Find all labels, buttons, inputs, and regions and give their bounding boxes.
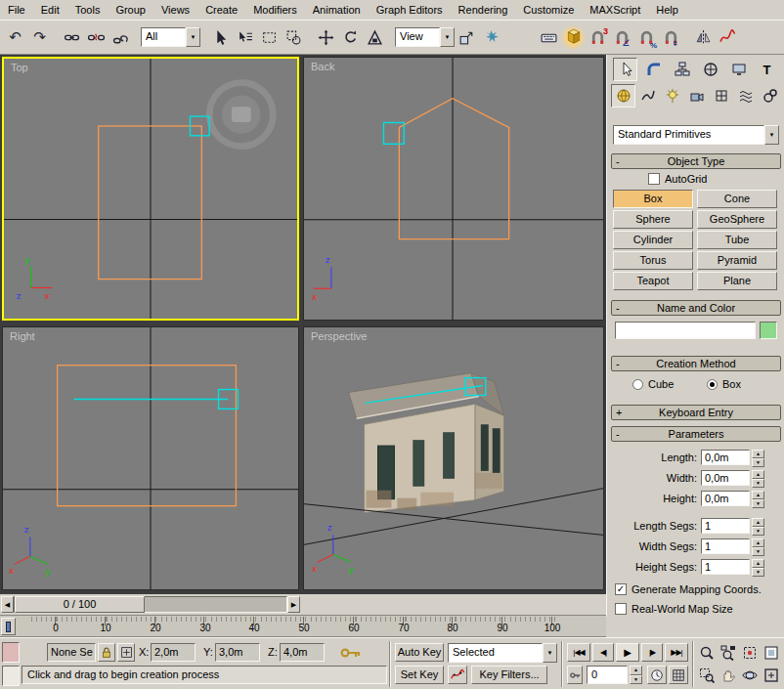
tab-motion[interactable]: [698, 58, 722, 81]
undo-button[interactable]: ↶: [3, 25, 27, 50]
primitive-button-geosphere[interactable]: GeoSphere: [697, 210, 777, 229]
reference-coordinate-dropdown[interactable]: View ▼: [395, 27, 455, 47]
object-color-swatch[interactable]: [760, 322, 777, 339]
menu-item-views[interactable]: Views: [153, 1, 197, 19]
grid-toggle-button[interactable]: [669, 666, 688, 684]
selection-lock-button[interactable]: [98, 643, 115, 662]
creation-method-cube[interactable]: Cube: [632, 377, 674, 391]
select-and-link-button[interactable]: [60, 25, 84, 50]
menu-item-animation[interactable]: Animation: [305, 1, 369, 19]
box-radio[interactable]: [707, 379, 718, 390]
height-spinner[interactable]: ▲▼: [752, 491, 764, 506]
menu-item-modifiers[interactable]: Modifiers: [245, 1, 305, 19]
curve-editor-button[interactable]: [716, 25, 740, 50]
length-spinner[interactable]: ▲▼: [752, 450, 764, 465]
rollout-name-and-color[interactable]: - Name and Color: [611, 300, 781, 316]
viewport-top[interactable]: y x z Top: [2, 57, 299, 321]
category-cameras[interactable]: [684, 84, 709, 108]
select-by-name-button[interactable]: [233, 25, 257, 50]
viewport-label[interactable]: Top: [11, 62, 28, 73]
primitive-button-teapot[interactable]: Teapot: [613, 272, 693, 290]
menu-item-customize[interactable]: Customize: [515, 1, 582, 19]
viewport-back[interactable]: z x Back: [303, 57, 604, 321]
generate-mapping-checkbox[interactable]: ✓: [615, 583, 627, 595]
select-and-scale-button[interactable]: [363, 25, 387, 50]
track-bar[interactable]: 0 10 20 30 40 50 60 70 80 90 100: [0, 615, 606, 637]
maximize-viewport-toggle-button[interactable]: [761, 666, 782, 685]
chevron-down-icon[interactable]: ▼: [186, 27, 200, 47]
menu-item-help[interactable]: Help: [648, 1, 686, 19]
viewport-label[interactable]: Back: [311, 61, 334, 72]
viewport-label[interactable]: Perspective: [311, 330, 367, 342]
menu-item-edit[interactable]: Edit: [33, 1, 67, 19]
use-pivot-point-center-button[interactable]: [455, 25, 479, 50]
play-button[interactable]: ▶: [616, 643, 639, 662]
next-frame-button[interactable]: |▶: [641, 643, 663, 662]
mirror-button[interactable]: [691, 25, 716, 50]
primitive-button-plane[interactable]: Plane: [697, 272, 777, 290]
keyboard-shortcut-override-button[interactable]: [537, 25, 561, 50]
tab-display[interactable]: [726, 58, 751, 81]
zoom-extents-all-button[interactable]: [761, 643, 782, 663]
real-world-map-checkbox[interactable]: [615, 603, 627, 615]
rollout-object-type[interactable]: - Object Type: [611, 153, 781, 169]
y-coordinate-field[interactable]: 3,0m: [215, 643, 260, 662]
frame-spinner[interactable]: ▲▼: [630, 666, 642, 684]
unlink-selection-button[interactable]: [84, 25, 109, 50]
primitive-button-torus[interactable]: Torus: [613, 251, 693, 270]
z-coordinate-field[interactable]: 4,0m: [280, 643, 325, 662]
length-field[interactable]: 0,0m: [701, 450, 750, 465]
primitive-button-cylinder[interactable]: Cylinder: [613, 231, 693, 249]
rollout-creation-method[interactable]: - Creation Method: [611, 356, 781, 371]
current-frame-field[interactable]: 0: [587, 666, 628, 684]
x-coordinate-field[interactable]: 2,0m: [151, 643, 196, 662]
zoom-all-button[interactable]: [718, 643, 739, 663]
time-slider-right-arrow[interactable]: ▶: [287, 596, 300, 613]
primitive-button-box[interactable]: Box: [613, 190, 693, 208]
go-to-start-button[interactable]: |◀◀: [567, 643, 590, 662]
primitive-button-cone[interactable]: Cone: [697, 190, 777, 208]
spinner-snap-toggle-button[interactable]: [659, 25, 683, 50]
auto-key-button[interactable]: Auto Key: [395, 643, 444, 662]
box-object-wireframe[interactable]: [58, 366, 237, 506]
time-slider-handle[interactable]: 0 / 100: [15, 596, 145, 613]
object-name-field[interactable]: [615, 322, 756, 339]
primitive-button-tube[interactable]: Tube: [697, 231, 777, 249]
window-crossing-toggle-button[interactable]: [282, 25, 306, 50]
key-mode-toggle-button[interactable]: [567, 666, 583, 684]
height-field[interactable]: 0,0m: [701, 491, 750, 506]
arc-rotate-button[interactable]: [739, 666, 761, 685]
menu-item-create[interactable]: Create: [197, 1, 245, 19]
length-segs-spinner[interactable]: ▲▼: [752, 518, 764, 534]
set-key-filters-curve-button[interactable]: [448, 666, 467, 684]
pan-view-button[interactable]: [718, 666, 739, 685]
category-helpers[interactable]: [709, 84, 733, 108]
select-and-rotate-button[interactable]: [338, 25, 363, 50]
category-geometry[interactable]: [611, 84, 635, 108]
viewport-label[interactable]: Right: [10, 330, 35, 342]
rollout-parameters[interactable]: - Parameters: [611, 426, 781, 442]
width-spinner[interactable]: ▲▼: [752, 470, 764, 486]
absolute-offset-mode-button[interactable]: [117, 643, 135, 662]
redo-button[interactable]: ↷: [27, 25, 52, 50]
named-selection-set-field[interactable]: None Se: [47, 643, 96, 662]
viewcube-widget[interactable]: [209, 83, 273, 147]
category-shapes[interactable]: [635, 84, 660, 108]
track-bar-slider-icon[interactable]: [1, 618, 16, 635]
snap-mode-button[interactable]: 3: [586, 25, 610, 50]
width-segs-field[interactable]: 1: [701, 538, 750, 554]
angle-snap-toggle-button[interactable]: [610, 25, 634, 50]
snaps-toggle-button[interactable]: [561, 25, 586, 50]
key-filters-button[interactable]: Key Filters...: [471, 666, 547, 684]
chevron-down-icon[interactable]: ▼: [543, 643, 557, 663]
chevron-down-icon[interactable]: ▼: [764, 125, 779, 145]
height-segs-field[interactable]: 1: [701, 559, 750, 575]
primitive-button-sphere[interactable]: Sphere: [613, 210, 693, 229]
category-systems[interactable]: [758, 84, 782, 108]
menu-item-file[interactable]: File: [0, 1, 33, 19]
creation-method-box[interactable]: Box: [707, 377, 741, 391]
viewport-perspective[interactable]: z x y Perspective: [303, 326, 604, 590]
primitive-button-pyramid[interactable]: Pyramid: [697, 251, 777, 270]
key-selection-dropdown[interactable]: Selected ▼: [448, 643, 557, 663]
category-lights[interactable]: [660, 84, 684, 108]
